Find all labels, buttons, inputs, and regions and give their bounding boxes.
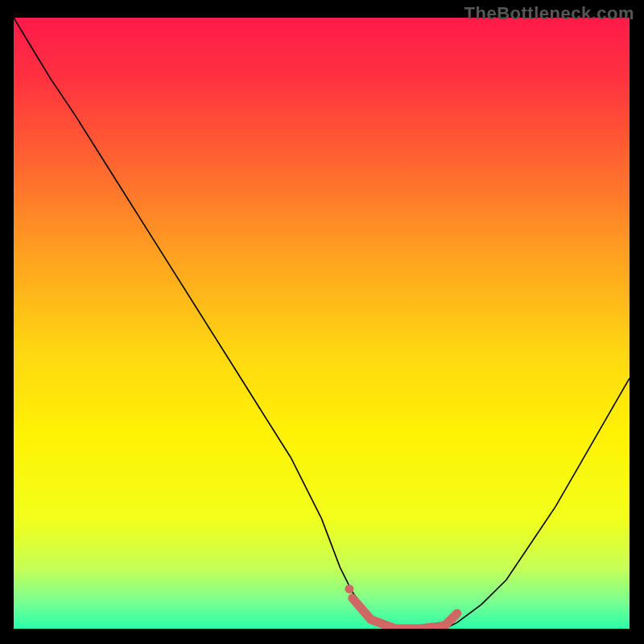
watermark-text: TheBottleneck.com [464,3,634,24]
optimal-zone-dot [345,584,353,593]
chart-svg [14,18,630,629]
chart-container [14,18,630,629]
chart-background [14,18,630,629]
